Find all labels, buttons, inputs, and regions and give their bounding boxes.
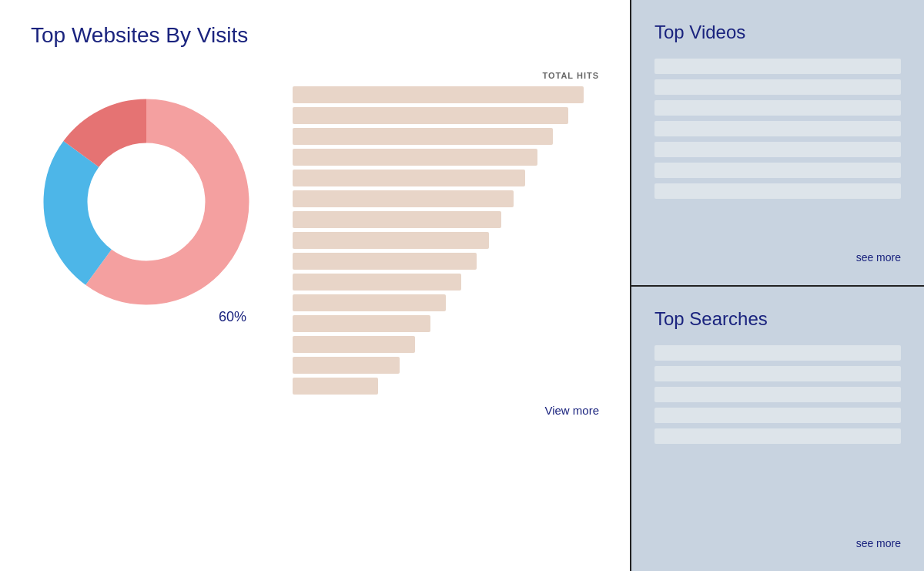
- bar-row: [293, 170, 525, 186]
- right-panel: Top Videos see more Top Searches see mor…: [631, 0, 924, 571]
- chart-area: 60% TOTAL HITS View mor: [31, 71, 599, 548]
- donut-percent-label: 60%: [219, 309, 246, 325]
- video-bar: [654, 121, 901, 136]
- search-bar: [654, 428, 901, 444]
- bar-row: [293, 294, 446, 311]
- videos-see-more-link[interactable]: see more: [654, 251, 901, 264]
- bar-row: [293, 357, 400, 374]
- left-panel: Top Websites By Visits 60% TOTAL HITS: [0, 0, 631, 571]
- searches-bars: [654, 345, 901, 529]
- bar-row: [293, 336, 415, 353]
- bar-chart-area: TOTAL HITS View more: [293, 71, 599, 417]
- search-bar: [654, 345, 901, 361]
- bar-row: [293, 86, 584, 103]
- video-bar: [654, 79, 901, 95]
- top-videos-title: Top Videos: [654, 22, 901, 43]
- search-bar: [654, 366, 901, 381]
- videos-bars: [654, 59, 901, 242]
- bar-row: [293, 190, 514, 207]
- video-bar: [654, 142, 901, 157]
- bar-row: [293, 107, 568, 124]
- bar-row: [293, 211, 501, 228]
- bar-row: [293, 253, 477, 270]
- bar-row: [293, 232, 489, 249]
- top-searches-section: Top Searches see more: [631, 285, 924, 572]
- searches-see-more-link[interactable]: see more: [654, 537, 901, 549]
- donut-chart: 60%: [31, 86, 262, 317]
- bar-row: [293, 128, 553, 145]
- search-bar: [654, 387, 901, 402]
- bar-rows: [293, 86, 599, 395]
- bar-row: [293, 378, 378, 395]
- page-title: Top Websites By Visits: [31, 23, 599, 48]
- video-bar: [654, 100, 901, 116]
- top-videos-section: Top Videos see more: [631, 0, 924, 285]
- view-more-link[interactable]: View more: [293, 404, 599, 417]
- bar-row: [293, 315, 430, 332]
- bar-row: [293, 149, 537, 166]
- video-bar: [654, 59, 901, 74]
- video-bar: [654, 183, 901, 199]
- bar-chart-header: TOTAL HITS: [293, 71, 599, 80]
- bar-row: [293, 274, 461, 291]
- video-bar: [654, 163, 901, 178]
- donut-svg: [31, 86, 262, 317]
- top-searches-title: Top Searches: [654, 308, 901, 330]
- search-bar: [654, 408, 901, 423]
